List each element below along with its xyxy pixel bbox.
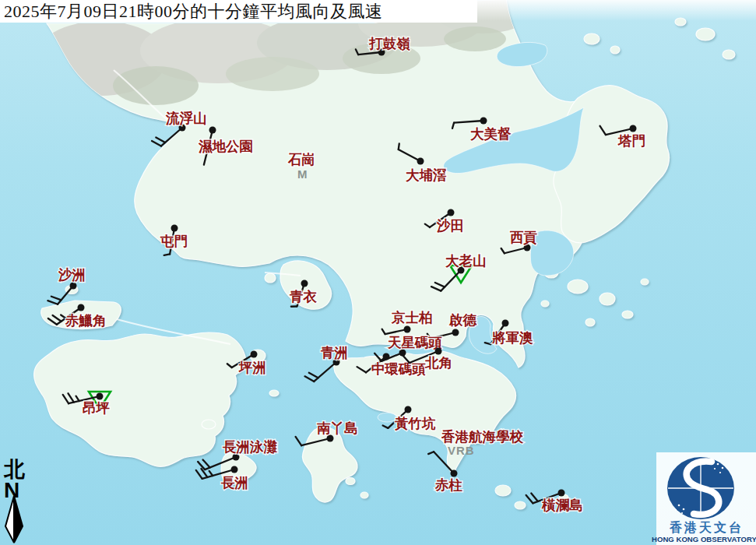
station-label-kings-park: 京士柏 (391, 310, 433, 325)
station-dot (97, 393, 104, 400)
station-label-sha-chau: 沙洲 (58, 267, 86, 283)
station-label-lamma-island: 南丫島 (317, 420, 358, 436)
station-label-ngong-ping: 昂坪 (83, 400, 111, 416)
station-label-tuen-mun: 屯門 (160, 234, 188, 249)
wind-map: 打鼓嶺流浮山濕地公園石崗M大美督大埔滘塔門屯門沙洲赤鱲角沙田西貢大老山青衣青洲京… (0, 0, 756, 545)
station-label-tai-po-kau: 大埔滘 (406, 167, 447, 183)
station-dot (231, 466, 238, 473)
station-label-sea-school: 香港航海學校 (441, 429, 524, 445)
station-dot (70, 283, 77, 290)
station-dot (435, 348, 442, 355)
station-label-waglan-island: 橫瀾島 (541, 498, 583, 513)
station-dot (558, 490, 565, 497)
station-dot (209, 127, 216, 134)
station-dot (405, 406, 412, 413)
station-note-sea-school: VRB (448, 444, 475, 457)
hko-logo: 香港天文台 HONG KONG OBSERVATORY (652, 452, 756, 545)
station-label-stanley: 赤柱 (434, 477, 463, 493)
station-label-tap-mun: 塔門 (617, 133, 645, 149)
station-dot (417, 158, 424, 165)
station-dot (171, 225, 178, 232)
station-label-wong-chuk-hang: 黃竹坑 (395, 416, 436, 431)
station-dot (452, 329, 459, 336)
station-label-tates-cairn: 大老山 (445, 253, 487, 269)
station-label-chek-lap-kok: 赤鱲角 (65, 313, 107, 329)
station-dot (78, 304, 85, 311)
station-label-tai-mei-tuk: 大美督 (470, 126, 512, 142)
station-label-shek-kong: 石崗 (287, 152, 315, 167)
station-label-kai-tak: 啟德 (448, 312, 477, 328)
station-label-lau-fau-shan: 流浮山 (165, 111, 207, 126)
station-dot (448, 209, 455, 216)
station-label-star-ferry: 天星碼頭 (387, 335, 442, 350)
station-label-wetland-park: 濕地公園 (198, 139, 253, 154)
station-label-green-island: 青洲 (320, 345, 348, 360)
station-label-cheung-chau: 長洲 (220, 475, 248, 490)
station-note-shek-kong: M (297, 167, 308, 181)
title-bar: 2025年7月09日21時00分的十分鐘平均風向及風速 (0, 0, 477, 23)
station-dot (451, 470, 458, 477)
station-dot (251, 351, 258, 358)
station-dot (630, 125, 637, 132)
station-label-sai-kung: 西貢 (509, 230, 538, 245)
station-label-north-point: 北角 (424, 355, 452, 371)
station-dot (404, 326, 411, 333)
station-label-tsing-yi: 青衣 (289, 289, 318, 304)
bay-aberdeen (378, 413, 396, 422)
station-label-cheung-chau-beach: 長洲泳灘 (222, 439, 278, 455)
station-label-ta-kwu-ling: 打鼓嶺 (368, 36, 410, 51)
map-canvas: 打鼓嶺流浮山濕地公園石崗M大美督大埔滘塔門屯門沙洲赤鱲角沙田西貢大老山青衣青洲京… (0, 0, 756, 545)
station-label-tseung-kwan-o: 將軍澳 (491, 330, 533, 346)
compass-n-label: N (4, 478, 19, 502)
map-title: 2025年7月09日21時00分的十分鐘平均風向及風速 (4, 2, 383, 21)
station-dot (301, 280, 308, 287)
station-dot (383, 353, 390, 360)
station-label-sha-tin: 沙田 (436, 218, 464, 234)
station-label-peng-chau: 坪洲 (238, 360, 266, 375)
station-label-central-pier: 中環碼頭 (371, 361, 426, 377)
hko-name-chinese: 香港天文台 (669, 520, 744, 534)
station-dot (480, 118, 487, 125)
station-dot (502, 320, 509, 327)
hko-name-english: HONG KONG OBSERVATORY (652, 535, 756, 543)
